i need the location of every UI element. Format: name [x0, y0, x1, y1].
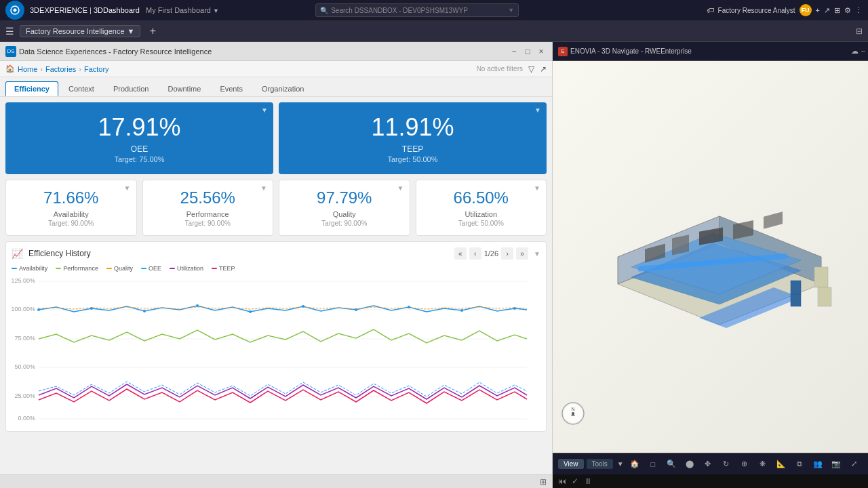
svg-rect-37 [791, 281, 801, 294]
filter-icon[interactable]: ▽ [528, 64, 534, 74]
more-tools-btn[interactable]: » [865, 456, 868, 472]
enovia-icon: E [558, 47, 568, 56]
status-record-icon[interactable]: ⏮ [558, 476, 566, 486]
search-3d-btn[interactable]: 🔍 [663, 456, 679, 472]
tab-organization[interactable]: Organization [253, 81, 313, 96]
camera-btn[interactable]: 📷 [828, 456, 844, 472]
home-view-btn[interactable]: 🏠 [627, 456, 643, 472]
legend-teep-color [212, 268, 217, 269]
tools-tab-btn[interactable]: Tools [587, 459, 613, 469]
legend-utilization: Utilization [170, 265, 203, 272]
layer-btn[interactable]: ⧉ [791, 456, 808, 472]
status-pause-icon[interactable]: ⏸ [584, 476, 592, 486]
teep-target: Target: 50.00% [290, 155, 536, 163]
search-bar[interactable]: 🔍 Search DSSANDBOX - DEV0PSHSM13WYP ▼ [315, 3, 519, 17]
bookmark-icon[interactable]: 🏷 [707, 6, 714, 14]
kpi-availability: ▼ 71.66% Availability Target: 90.00% [5, 180, 137, 236]
breadcrumb-home[interactable]: Home [18, 65, 37, 73]
chart-first-btn[interactable]: « [454, 247, 467, 260]
maximize-panel-button[interactable]: □ [522, 46, 533, 57]
export-icon[interactable]: ↗ [540, 64, 547, 74]
sphere-btn[interactable]: ⬤ [682, 456, 698, 472]
svg-point-15 [143, 310, 146, 312]
legend-availability-color [12, 268, 17, 269]
3d-view[interactable]: N Z [553, 61, 868, 453]
chart-last-btn[interactable]: » [516, 247, 528, 260]
chart-canvas: 125.00% 100.00% 75.00% 50.00% 25.00% 0.0… [12, 274, 540, 426]
tab-efficiency[interactable]: Efficiency [5, 81, 58, 96]
app-selector[interactable]: Factory Resource Intelligence ▼ [20, 25, 140, 37]
box-view-btn[interactable]: □ [645, 456, 661, 472]
kpi-oee: ▼ 17.91% OEE Target: 75.00% [5, 102, 273, 174]
svg-point-18 [302, 305, 304, 308]
chart-navigation: « ‹ 1/26 › » ▼ [454, 247, 540, 260]
measure-btn[interactable]: 📐 [773, 456, 789, 472]
legend-oee-color [141, 268, 146, 269]
app-logo[interactable] [5, 1, 24, 20]
factory-3d-svg [591, 162, 848, 352]
close-panel-button[interactable]: × [536, 46, 547, 57]
kpi-avail-dropdown[interactable]: ▼ [124, 184, 131, 192]
explode-btn[interactable]: ❋ [755, 456, 771, 472]
apps-icon[interactable]: ⋮ [855, 6, 863, 15]
main-layout: DS Data Science Experiences - Factory Re… [0, 42, 868, 488]
top-bar-icons: 🏷 Factory Resource Analyst FU + ↗ ⊞ ⚙ ⋮ [707, 4, 863, 16]
user-avatar[interactable]: FU [800, 4, 812, 16]
share-icon[interactable]: ↗ [824, 6, 830, 15]
chart-header: 📈 Efficiency History « ‹ 1/26 › » ▼ [12, 247, 540, 260]
chart-dropdown[interactable]: ▼ [534, 250, 540, 258]
section-btn[interactable]: ⊕ [736, 456, 753, 472]
chart-prev-btn[interactable]: ‹ [469, 247, 481, 260]
filter-area: No active filters ▽ ↗ [477, 64, 547, 74]
right-panel: E ENOVIA - 3D Navigate - RWEEnterprise ☁… [553, 42, 868, 488]
tab-context[interactable]: Context [60, 81, 103, 96]
expand-icon[interactable]: ▼ [617, 460, 624, 468]
tab-events[interactable]: Events [211, 81, 252, 96]
legend-quality: Quality [106, 265, 133, 272]
svg-rect-29 [672, 235, 689, 255]
grid-view-icon[interactable]: ⊞ [540, 477, 547, 487]
kpi-utilization: ▼ 66.50% Utilization Target: 50.00% [416, 180, 547, 236]
hamburger-menu[interactable]: ☰ [5, 26, 14, 37]
cloud-icon[interactable]: ☁ [851, 47, 859, 56]
tab-production[interactable]: Production [104, 81, 158, 96]
availability-target: Target: 90.00% [14, 220, 128, 227]
filter-status: No active filters [477, 65, 523, 73]
kpi-util-dropdown[interactable]: ▼ [534, 184, 540, 192]
svg-point-19 [355, 308, 357, 311]
rotate-btn[interactable]: ↻ [718, 456, 734, 472]
availability-label: Availability [14, 210, 128, 218]
svg-point-13 [37, 308, 40, 311]
chart-title: Efficiency History [28, 249, 449, 258]
chart-next-btn[interactable]: › [501, 247, 513, 260]
view-tab-btn[interactable]: View [558, 459, 584, 469]
add-icon[interactable]: + [816, 6, 820, 14]
breadcrumb-factory[interactable]: Factory [84, 65, 109, 73]
breadcrumb-factories[interactable]: Factories [45, 65, 76, 73]
svg-rect-34 [814, 267, 828, 287]
quality-target: Target: 90.00% [288, 220, 401, 227]
kpi-oee-dropdown[interactable]: ▼ [261, 106, 268, 114]
status-check-icon[interactable]: ✓ [572, 476, 578, 486]
oee-value: 17.91% [16, 113, 262, 142]
legend-teep: TEEP [212, 265, 235, 272]
maximize-icon[interactable]: ⊟ [856, 26, 863, 36]
add-tab-button[interactable]: + [146, 24, 159, 38]
minimize-panel-button[interactable]: − [509, 46, 519, 57]
kpi-qual-dropdown[interactable]: ▼ [397, 184, 404, 192]
move-btn[interactable]: ✥ [700, 456, 716, 472]
tab-downtime[interactable]: Downtime [159, 81, 210, 96]
people-btn[interactable]: 👥 [810, 456, 826, 472]
left-panel-header: DS Data Science Experiences - Factory Re… [0, 42, 552, 61]
utilization-value: 66.50% [425, 188, 538, 207]
kpi-row-large: ▼ 17.91% OEE Target: 75.00% ▼ 11.91% TEE… [5, 102, 547, 174]
settings-icon[interactable]: ⚙ [844, 6, 851, 15]
minimize-right-btn[interactable]: − [861, 47, 865, 56]
kpi-teep-dropdown[interactable]: ▼ [534, 106, 541, 114]
efficiency-history-chart: 📈 Efficiency History « ‹ 1/26 › » ▼ [5, 241, 547, 432]
nav-icon[interactable]: ⊞ [834, 6, 840, 15]
kpi-perf-dropdown[interactable]: ▼ [260, 184, 267, 192]
fit-btn[interactable]: ⤢ [846, 456, 863, 472]
svg-point-16 [196, 304, 199, 307]
view-toolbar-icons: 🏠 □ 🔍 ⬤ ✥ ↻ ⊕ ❋ 📐 ⧉ 👥 📷 ⤢ » [627, 456, 868, 472]
